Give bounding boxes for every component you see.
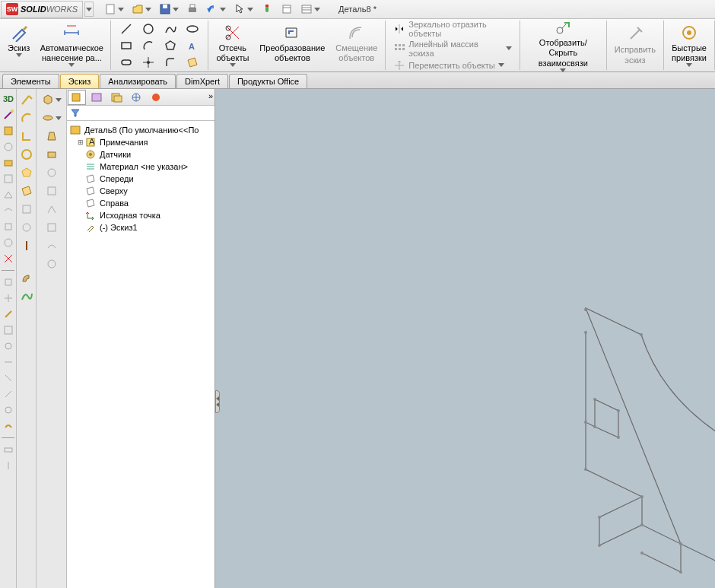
tool-22[interactable] — [2, 459, 15, 472]
v-swept[interactable] — [19, 270, 34, 285]
tool-13[interactable] — [2, 307, 15, 321]
mirror-button[interactable]: Зеркально отразить объекты — [390, 19, 515, 39]
v-polygon[interactable] — [19, 165, 34, 180]
tool-16[interactable] — [2, 355, 15, 369]
property-manager-tab[interactable] — [87, 90, 106, 105]
polygon-button[interactable] — [160, 37, 181, 53]
tool-12[interactable] — [2, 291, 15, 305]
f-extrude[interactable] — [40, 92, 64, 107]
dimxpert-tab[interactable] — [127, 90, 145, 105]
panel-expand[interactable]: » — [208, 91, 213, 100]
v-plane[interactable] — [19, 183, 34, 199]
tab-features[interactable]: Элементы — [2, 74, 59, 88]
move-button[interactable]: Переместить объекты — [390, 59, 507, 72]
feature-tree-tab[interactable] — [68, 90, 86, 105]
filter-bar[interactable] — [67, 106, 214, 121]
smart-dimension-button[interactable]: Автоматическое нанесение ра... — [37, 22, 106, 68]
v-corner[interactable] — [19, 129, 34, 144]
render-tab[interactable] — [147, 90, 165, 105]
tool-5[interactable] — [2, 172, 15, 186]
fillet-button[interactable] — [160, 54, 181, 70]
v-spline[interactable] — [19, 288, 34, 304]
v-tool7[interactable] — [19, 202, 34, 217]
v-tool8[interactable] — [19, 220, 34, 235]
app-logo[interactable]: SW SOLIDWORKS — [1, 1, 83, 18]
tab-office[interactable]: Продукты Office — [229, 74, 307, 88]
f-wrap[interactable] — [44, 256, 59, 272]
plane-button[interactable] — [182, 54, 203, 70]
tool-17[interactable] — [2, 371, 15, 385]
tool-6[interactable] — [2, 188, 15, 202]
tree-sketch1[interactable]: (-) Эскиз1 — [68, 221, 213, 234]
offset-button[interactable]: Смещение объектов — [332, 22, 380, 68]
tree-annotations[interactable]: ⊞AПримечания — [68, 136, 213, 148]
f-dome[interactable] — [44, 238, 59, 253]
convert-button[interactable]: Преобразование объектов — [256, 22, 328, 68]
graphics-area[interactable]: ✱ — [215, 89, 715, 588]
linear-pattern-button[interactable]: Линейный массив эскиза — [390, 39, 515, 59]
tree-sensors[interactable]: Датчики — [68, 148, 213, 161]
arc-button[interactable] — [138, 37, 159, 53]
panel-collapse-handle[interactable] — [215, 390, 220, 413]
rectangle-button[interactable] — [116, 37, 137, 53]
trim-button[interactable]: Отсечь объекты — [213, 22, 252, 68]
f-rect[interactable] — [44, 147, 59, 162]
display-relations-button[interactable]: Отобразить/Скрыть взаимосвязи — [525, 17, 602, 74]
3d-icon[interactable]: 3D — [2, 92, 15, 106]
circle-button[interactable] — [138, 21, 159, 37]
select-button[interactable] — [230, 2, 256, 17]
tab-sketch[interactable]: Эскиз — [60, 74, 99, 88]
sketch-button[interactable]: Эскиз — [5, 22, 33, 68]
config-manager-tab[interactable] — [107, 90, 126, 105]
tool-4[interactable] — [2, 156, 15, 170]
print-button[interactable] — [183, 2, 202, 17]
tool-3[interactable] — [2, 140, 15, 154]
tool-20[interactable] — [2, 419, 15, 433]
tree-front-plane[interactable]: Спереди — [68, 173, 213, 185]
tool-9[interactable] — [2, 236, 15, 250]
undo-button[interactable] — [203, 2, 229, 17]
ellipse-button[interactable] — [182, 21, 203, 37]
open-button[interactable] — [129, 2, 154, 17]
spline-button[interactable] — [160, 21, 181, 37]
tab-evaluate[interactable]: Анализировать — [100, 74, 176, 88]
tree-material[interactable]: Материал <не указан> — [68, 161, 213, 173]
options-button[interactable] — [278, 2, 296, 17]
tool-19[interactable] — [2, 403, 15, 417]
tree-top-plane[interactable]: Сверху — [68, 185, 213, 197]
tool-11[interactable] — [2, 275, 15, 289]
repair-sketch-button[interactable]: Исправить эскиз — [612, 24, 659, 66]
tool-15[interactable] — [2, 339, 15, 353]
v-arc[interactable] — [19, 110, 34, 126]
tool-21[interactable] — [2, 443, 15, 456]
f-revolve[interactable] — [40, 110, 64, 126]
app-menu-dropdown[interactable] — [84, 2, 94, 17]
slot-button[interactable] — [116, 54, 137, 70]
tool-18[interactable] — [2, 387, 15, 401]
tool-10[interactable] — [2, 252, 15, 265]
v-circle[interactable] — [19, 147, 34, 162]
tool-14[interactable] — [2, 323, 15, 337]
tool-2[interactable] — [2, 124, 15, 138]
point-button[interactable] — [138, 54, 159, 70]
tool-7[interactable] — [2, 204, 15, 218]
tree-origin[interactable]: Исходная точка — [68, 209, 213, 221]
tab-dimxpert[interactable]: DimXpert — [176, 74, 228, 88]
v-line[interactable] — [19, 92, 34, 107]
properties-button[interactable] — [297, 2, 323, 17]
tree-root[interactable]: Деталь8 (По умолчанию<<По — [68, 124, 213, 136]
quick-snaps-button[interactable]: Быстрые привязки — [669, 22, 710, 68]
expand-icon[interactable]: ⊞ — [76, 138, 85, 146]
f-rib[interactable] — [44, 202, 59, 217]
rebuild-button[interactable] — [258, 2, 276, 17]
new-button[interactable] — [101, 2, 127, 17]
tool-8[interactable] — [2, 220, 15, 234]
tree-right-plane[interactable]: Справа — [68, 197, 213, 209]
f-hole[interactable] — [44, 165, 59, 180]
line-button[interactable] — [116, 21, 137, 37]
v-tool9[interactable] — [19, 238, 34, 253]
save-button[interactable] — [156, 2, 182, 17]
tool-1[interactable] — [2, 108, 15, 122]
text-button[interactable]: A — [182, 37, 203, 53]
f-draft[interactable] — [44, 220, 59, 235]
